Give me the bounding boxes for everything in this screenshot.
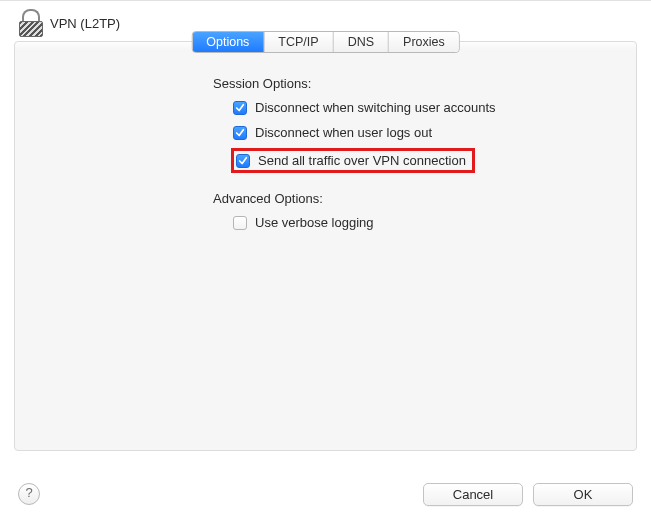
option-label: Use verbose logging <box>255 215 374 230</box>
tab-bar: Options TCP/IP DNS Proxies <box>191 31 459 53</box>
advanced-options-group: Use verbose logging <box>231 213 636 232</box>
checkbox-verbose-logging[interactable] <box>233 216 247 230</box>
option-label: Send all traffic over VPN connection <box>258 153 466 168</box>
checkbox-send-all-traffic[interactable] <box>236 154 250 168</box>
session-options-group: Disconnect when switching user accounts … <box>231 98 636 173</box>
option-verbose-logging[interactable]: Use verbose logging <box>231 213 380 232</box>
vpn-advanced-sheet: VPN (L2TP) Options TCP/IP DNS Proxies Se… <box>0 0 651 517</box>
option-label: Disconnect when user logs out <box>255 125 432 140</box>
help-button[interactable]: ? <box>18 483 40 505</box>
options-content: Session Options: Disconnect when switchi… <box>15 42 636 232</box>
ok-button[interactable]: OK <box>533 483 633 506</box>
settings-panel: Options TCP/IP DNS Proxies Session Optio… <box>14 41 637 451</box>
checkbox-disconnect-switch-user[interactable] <box>233 101 247 115</box>
tab-dns[interactable]: DNS <box>334 32 389 52</box>
advanced-options-heading: Advanced Options: <box>213 191 636 206</box>
option-disconnect-switch-user[interactable]: Disconnect when switching user accounts <box>231 98 502 117</box>
tab-tcpip[interactable]: TCP/IP <box>264 32 333 52</box>
option-send-all-traffic[interactable]: Send all traffic over VPN connection <box>231 148 475 173</box>
tab-options[interactable]: Options <box>192 32 264 52</box>
lock-icon <box>18 11 42 35</box>
sheet-title: VPN (L2TP) <box>50 16 120 31</box>
option-disconnect-logout[interactable]: Disconnect when user logs out <box>231 123 438 142</box>
checkbox-disconnect-logout[interactable] <box>233 126 247 140</box>
sheet-footer: ? Cancel OK <box>0 471 651 517</box>
session-options-heading: Session Options: <box>213 76 636 91</box>
option-label: Disconnect when switching user accounts <box>255 100 496 115</box>
tab-proxies[interactable]: Proxies <box>389 32 459 52</box>
cancel-button[interactable]: Cancel <box>423 483 523 506</box>
